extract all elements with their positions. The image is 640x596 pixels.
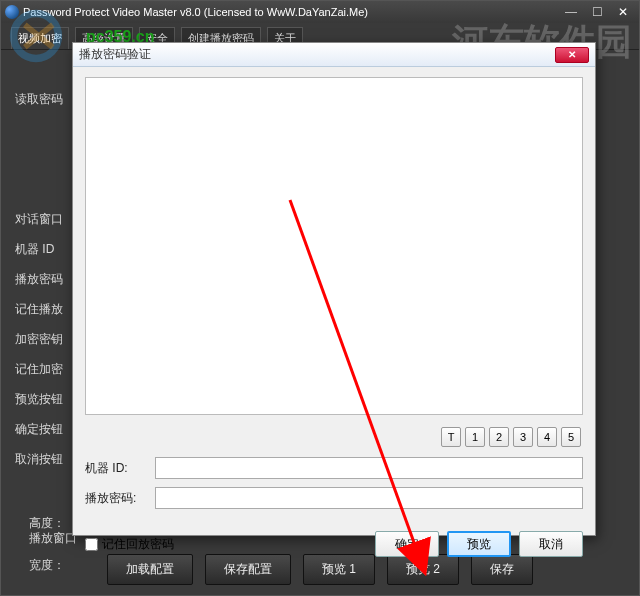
password-verify-dialog: 播放密码验证 ✕ T 1 2 3 4 5 机器 ID: 播放密码: 记住回放密码… [72, 42, 596, 536]
remember-password-checkbox-wrap[interactable]: 记住回放密码 [85, 536, 174, 553]
label-read-password: 读取密码 [15, 90, 75, 108]
label-encrypt-key: 加密密钥 [15, 330, 75, 348]
dialog-cancel-button[interactable]: 取消 [519, 531, 583, 557]
digit-button-2[interactable]: 2 [489, 427, 509, 447]
dialog-footer: 记住回放密码 确定 预览 取消 [73, 527, 595, 567]
digit-button-1[interactable]: 1 [465, 427, 485, 447]
main-title: Password Protect Video Master v8.0 (Lice… [23, 6, 368, 18]
label-remember-play: 记住播放 [15, 300, 75, 318]
play-password-label: 播放密码: [85, 490, 155, 507]
minimize-button[interactable]: — [559, 4, 583, 20]
message-textarea[interactable] [85, 77, 583, 415]
close-icon: ✕ [568, 49, 576, 60]
play-password-input[interactable] [155, 487, 583, 509]
dialog-body: T 1 2 3 4 5 机器 ID: 播放密码: [73, 67, 595, 527]
dialog-ok-button[interactable]: 确定 [375, 531, 439, 557]
dialog-title: 播放密码验证 [79, 46, 151, 63]
remember-password-label: 记住回放密码 [102, 536, 174, 553]
main-titlebar: Password Protect Video Master v8.0 (Lice… [1, 1, 639, 23]
machine-id-input[interactable] [155, 457, 583, 479]
digit-button-t[interactable]: T [441, 427, 461, 447]
main-close-button[interactable]: ✕ [611, 4, 635, 20]
digit-button-3[interactable]: 3 [513, 427, 533, 447]
app-icon [5, 5, 19, 19]
label-machine-id: 机器 ID [15, 240, 75, 258]
tab-video-encrypt[interactable]: 视频加密 [11, 27, 69, 49]
label-play-password: 播放密码 [15, 270, 75, 288]
label-preview-btn: 预览按钮 [15, 390, 75, 408]
digit-button-row: T 1 2 3 4 5 [85, 427, 581, 447]
label-play-window: 播放窗口 [29, 530, 77, 547]
maximize-button[interactable]: ☐ [585, 4, 609, 20]
digit-button-4[interactable]: 4 [537, 427, 557, 447]
label-cancel-btn: 取消按钮 [15, 450, 75, 468]
machine-id-label: 机器 ID: [85, 460, 155, 477]
left-form-labels: 读取密码 对话窗口 机器 ID 播放密码 记住播放 加密密钥 记住加密 预览按钮… [15, 90, 75, 480]
remember-password-checkbox[interactable] [85, 538, 98, 551]
digit-button-5[interactable]: 5 [561, 427, 581, 447]
label-ok-btn: 确定按钮 [15, 420, 75, 438]
dialog-titlebar: 播放密码验证 ✕ [73, 43, 595, 67]
dialog-close-button[interactable]: ✕ [555, 47, 589, 63]
play-password-row: 播放密码: [85, 487, 583, 509]
label-dialog-window: 对话窗口 [15, 210, 75, 228]
label-remember-encrypt: 记住加密 [15, 360, 75, 378]
label-height-2: 高度： [29, 515, 65, 532]
dialog-preview-button[interactable]: 预览 [447, 531, 511, 557]
machine-id-row: 机器 ID: [85, 457, 583, 479]
